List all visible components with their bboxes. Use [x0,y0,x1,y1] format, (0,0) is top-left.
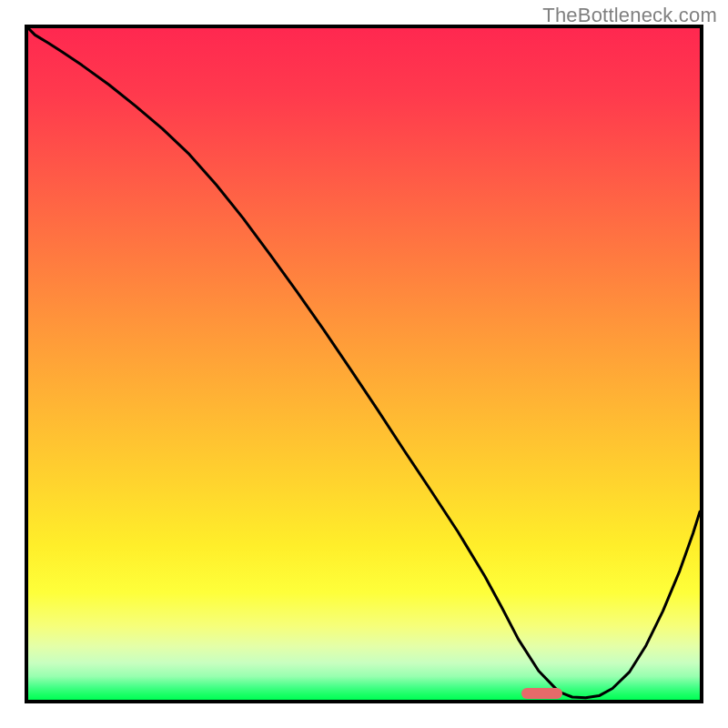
bottleneck-curve [28,28,700,700]
plot-frame [25,25,703,703]
optimal-range-marker [521,688,561,699]
chart-container: TheBottleneck.com [0,0,728,728]
watermark-text: TheBottleneck.com [542,4,717,27]
